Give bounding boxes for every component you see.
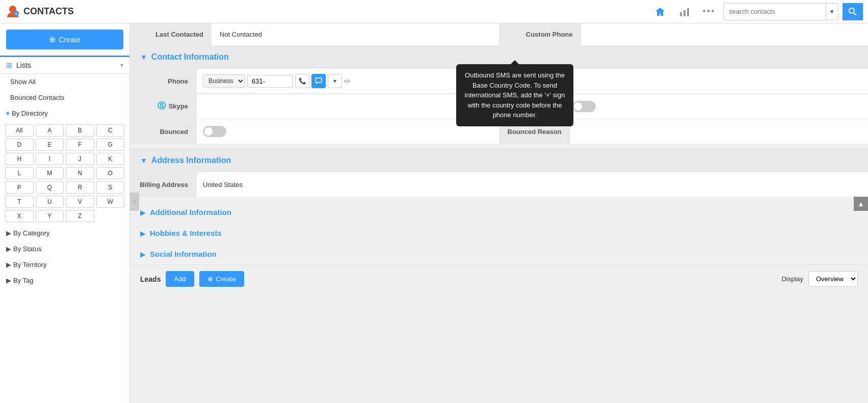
address-information-header[interactable]: ▼ Address Information bbox=[130, 149, 868, 172]
dir-btn-h[interactable]: H bbox=[5, 153, 34, 165]
dir-btn-s[interactable]: S bbox=[96, 181, 125, 194]
collapse-arrow-icon: ‹ bbox=[134, 199, 135, 204]
custom-phone-input[interactable] bbox=[589, 31, 860, 38]
sidebar-collapse-button[interactable]: ‹ bbox=[130, 193, 139, 211]
sidebar: ⊕ Create ⊞ Lists ▾ Show All Bounced Cont… bbox=[0, 23, 130, 403]
dir-btn-y[interactable]: Y bbox=[36, 210, 64, 222]
dir-btn-k[interactable]: K bbox=[96, 153, 125, 165]
dir-btn-w[interactable]: W bbox=[96, 196, 125, 208]
dir-btn-p[interactable]: P bbox=[5, 181, 34, 194]
custom-phone-label: Custom Phone bbox=[499, 23, 581, 45]
phone-dial-button[interactable]: 📞 bbox=[295, 74, 309, 88]
sidebar-item-show-all[interactable]: Show All bbox=[0, 74, 129, 90]
email-input[interactable] bbox=[572, 77, 862, 85]
search-input[interactable] bbox=[724, 8, 826, 15]
dir-btn-j[interactable]: J bbox=[66, 153, 94, 165]
dir-btn-c[interactable]: C bbox=[96, 124, 125, 137]
dir-btn-e[interactable]: E bbox=[36, 139, 64, 151]
leads-create-button[interactable]: ⊕ Create bbox=[199, 271, 244, 287]
social-title: Social Information bbox=[150, 250, 217, 258]
lists-chevron-icon: ▾ bbox=[120, 62, 123, 69]
create-button[interactable]: ⊕ Create bbox=[6, 30, 123, 49]
dir-btn-x[interactable]: X bbox=[5, 210, 34, 222]
phone-type-select[interactable]: Business Mobile Home bbox=[203, 74, 245, 88]
unsubscribe-toggle[interactable] bbox=[572, 101, 596, 112]
chevron-right-icon: ▶ bbox=[6, 277, 11, 284]
plus-icon: ⊕ bbox=[49, 35, 56, 44]
dir-btn-m[interactable]: M bbox=[36, 167, 64, 179]
phone-row: Phone Business Mobile Home 📞 bbox=[130, 69, 499, 93]
last-contacted-label: Last Contacted bbox=[130, 23, 212, 45]
dir-btn-l[interactable]: L bbox=[5, 167, 34, 179]
svg-rect-3 bbox=[680, 12, 682, 16]
dir-btn-n[interactable]: N bbox=[66, 167, 94, 179]
dir-btn-g[interactable]: G bbox=[96, 139, 125, 151]
svg-point-6 bbox=[849, 8, 854, 13]
chevron-down-icon: ▾ bbox=[6, 110, 10, 117]
chart-icon bbox=[679, 6, 690, 17]
svg-rect-5 bbox=[687, 8, 689, 16]
dir-btn-u[interactable]: U bbox=[36, 196, 64, 208]
phone-sms-button[interactable] bbox=[311, 74, 326, 88]
bounced-toggle[interactable] bbox=[203, 126, 226, 137]
phone-more-button[interactable]: ▾ bbox=[328, 74, 342, 88]
dir-btn-v[interactable]: V bbox=[66, 196, 94, 208]
main-content: Last Contacted Not Contacted Custom Phon… bbox=[130, 23, 868, 403]
bounced-row: Bounced bbox=[130, 119, 499, 144]
display-select[interactable]: Overview bbox=[808, 271, 858, 287]
chart-button[interactable] bbox=[674, 2, 695, 22]
leads-add-button[interactable]: Add bbox=[166, 271, 194, 287]
chevron-up-icon: ▲ bbox=[857, 200, 864, 208]
custom-phone-value bbox=[581, 23, 869, 45]
dir-btn-all[interactable]: All bbox=[5, 124, 34, 137]
bounced-reason-input[interactable] bbox=[576, 128, 862, 136]
skype-input[interactable] bbox=[203, 102, 493, 110]
bounced-reason-value-container bbox=[570, 119, 868, 144]
skype-value-container bbox=[197, 94, 499, 119]
app-logo: + CONTACTS bbox=[5, 4, 107, 19]
nav-icons-group: ••• ▾ bbox=[650, 2, 863, 22]
dir-btn-r[interactable]: R bbox=[66, 181, 94, 194]
phone-edit-button[interactable]: ✏ bbox=[344, 76, 351, 86]
leads-label: Leads bbox=[140, 275, 161, 283]
hobbies-section[interactable]: ▶ Hobbies & Interests bbox=[130, 223, 868, 244]
sidebar-item-bounced-contacts[interactable]: Bounced Contacts bbox=[0, 90, 129, 105]
dir-btn-f[interactable]: F bbox=[66, 139, 94, 151]
dir-btn-i[interactable]: I bbox=[36, 153, 64, 165]
sms-icon bbox=[315, 77, 322, 85]
dir-btn-q[interactable]: Q bbox=[36, 181, 64, 194]
dir-btn-t[interactable]: T bbox=[5, 196, 34, 208]
dir-btn-a[interactable]: A bbox=[36, 124, 64, 137]
chevron-right-icon: ▶ bbox=[6, 245, 11, 253]
skype-row: Ⓢ Skype bbox=[130, 94, 499, 119]
sidebar-by-status[interactable]: ▶ By Status bbox=[0, 241, 129, 257]
chevron-right-icon: ▶ bbox=[140, 208, 146, 217]
chevron-right-icon: ▶ bbox=[140, 229, 146, 237]
dir-btn-o[interactable]: O bbox=[96, 167, 125, 179]
dir-btn-d[interactable]: D bbox=[5, 139, 34, 151]
home-button[interactable] bbox=[650, 2, 670, 22]
dir-btn-b[interactable]: B bbox=[66, 124, 94, 137]
sidebar-by-directory[interactable]: ▾ By Directory bbox=[0, 105, 129, 121]
sidebar-by-category[interactable]: ▶ By Category bbox=[0, 225, 129, 241]
email-value-container bbox=[566, 69, 869, 93]
phone-number-input[interactable] bbox=[247, 75, 293, 88]
more-button[interactable]: ••• bbox=[699, 2, 719, 22]
address-information-title: Address Information bbox=[151, 156, 231, 165]
social-information-section[interactable]: ▶ Social Information bbox=[130, 244, 868, 264]
phone-controls: Business Mobile Home 📞 bbox=[203, 74, 351, 88]
additional-information-section[interactable]: ▶ Additional Information bbox=[130, 202, 868, 223]
lists-header[interactable]: ⊞ Lists ▾ bbox=[0, 56, 129, 74]
tooltip-text: Outbound SMS are sent using the Base Cou… bbox=[465, 71, 565, 119]
dir-btn-z[interactable]: Z bbox=[66, 210, 94, 222]
sidebar-by-tag[interactable]: ▶ By Tag bbox=[0, 273, 129, 288]
skype-icon: Ⓢ bbox=[157, 101, 166, 112]
search-submit-button[interactable] bbox=[843, 3, 863, 20]
svg-text:+: + bbox=[15, 11, 17, 16]
lists-label: Lists bbox=[16, 61, 116, 69]
phone-value-container: Business Mobile Home 📞 bbox=[197, 69, 499, 93]
scroll-top-button[interactable]: ▲ bbox=[854, 197, 868, 211]
search-bar: ▾ bbox=[723, 3, 838, 20]
search-dropdown-button[interactable]: ▾ bbox=[826, 4, 838, 20]
sidebar-by-territory[interactable]: ▶ By Territory bbox=[0, 257, 129, 273]
